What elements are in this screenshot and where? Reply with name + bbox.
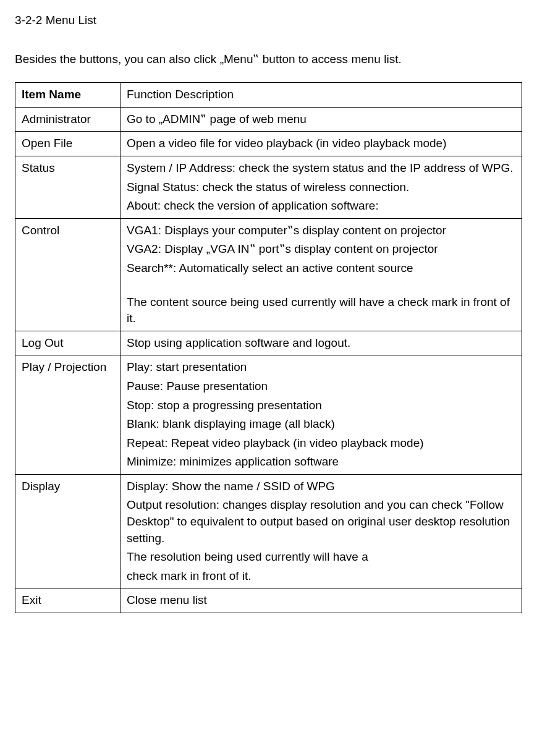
function-description-cell: VGA1: Displays your computer‟s display c… (121, 218, 522, 331)
description-line: Signal Status: check the status of wirel… (127, 179, 515, 196)
description-line: Close menu list (127, 592, 515, 609)
item-name-cell: Status (15, 156, 121, 218)
description-line: Stop: stop a progressing presentation (127, 397, 515, 414)
item-name-cell: Exit (15, 588, 121, 613)
function-description-cell: System / IP Address: check the system st… (121, 156, 522, 218)
function-description-cell: Go to „ADMIN‟ page of web menu (121, 107, 522, 132)
menu-list-table: Item Name Function Description Administr… (15, 82, 522, 613)
description-line: About: check the version of application … (127, 198, 515, 214)
description-line: Blank: blank displaying image (all black… (127, 416, 515, 433)
description-line: System / IP Address: check the system st… (127, 160, 515, 177)
function-description-cell: Open a video file for video playback (in… (121, 132, 522, 156)
description-line: Stop using application software and logo… (127, 335, 515, 352)
description-line: Go to „ADMIN‟ page of web menu (127, 111, 515, 128)
table-row: Log OutStop using application software a… (15, 331, 522, 355)
intro-text: Besides the buttons, you can also click … (15, 51, 522, 68)
description-line: Display: Show the name / SSID of WPG (127, 478, 515, 495)
description-line: Open a video file for video playback (in… (127, 135, 515, 152)
description-line (127, 279, 515, 292)
table-row: ControlVGA1: Displays your computer‟s di… (15, 218, 522, 331)
item-name-cell: Control (15, 218, 121, 331)
table-row: StatusSystem / IP Address: check the sys… (15, 156, 522, 218)
description-line: Pause: Pause presentation (127, 378, 515, 395)
header-item-name: Item Name (15, 83, 121, 108)
description-line: Output resolution: changes display resol… (127, 497, 515, 546)
section-heading: 3-2-2 Menu List (15, 12, 522, 29)
description-line: VGA1: Displays your computer‟s display c… (127, 223, 515, 239)
description-line: Search**: Automatically select an active… (127, 260, 515, 277)
item-name-cell: Open File (15, 132, 121, 156)
description-line: check mark in front of it. (127, 568, 515, 585)
description-line: Play: start presentation (127, 359, 515, 376)
table-header-row: Item Name Function Description (15, 83, 522, 108)
table-row: Play / ProjectionPlay: start presentatio… (15, 355, 522, 475)
table-row: DisplayDisplay: Show the name / SSID of … (15, 474, 522, 588)
table-row: ExitClose menu list (15, 588, 522, 613)
item-name-cell: Play / Projection (15, 355, 121, 475)
function-description-cell: Display: Show the name / SSID of WPGOutp… (121, 474, 522, 588)
item-name-cell: Log Out (15, 331, 121, 355)
function-description-cell: Play: start presentationPause: Pause pre… (121, 355, 522, 475)
description-line: The content source being used currently … (127, 294, 515, 327)
item-name-cell: Display (15, 474, 121, 588)
description-line: Repeat: Repeat video playback (in video … (127, 435, 515, 452)
table-row: AdministratorGo to „ADMIN‟ page of web m… (15, 107, 522, 132)
function-description-cell: Close menu list (121, 588, 522, 613)
table-row: Open FileOpen a video file for video pla… (15, 132, 522, 156)
description-line: The resolution being used currently will… (127, 549, 515, 566)
header-function-description: Function Description (121, 83, 522, 108)
function-description-cell: Stop using application software and logo… (121, 331, 522, 355)
description-line: Minimize: minimizes application software (127, 454, 515, 470)
description-line: VGA2: Display „VGA IN‟ port‟s display co… (127, 241, 515, 258)
item-name-cell: Administrator (15, 107, 121, 132)
